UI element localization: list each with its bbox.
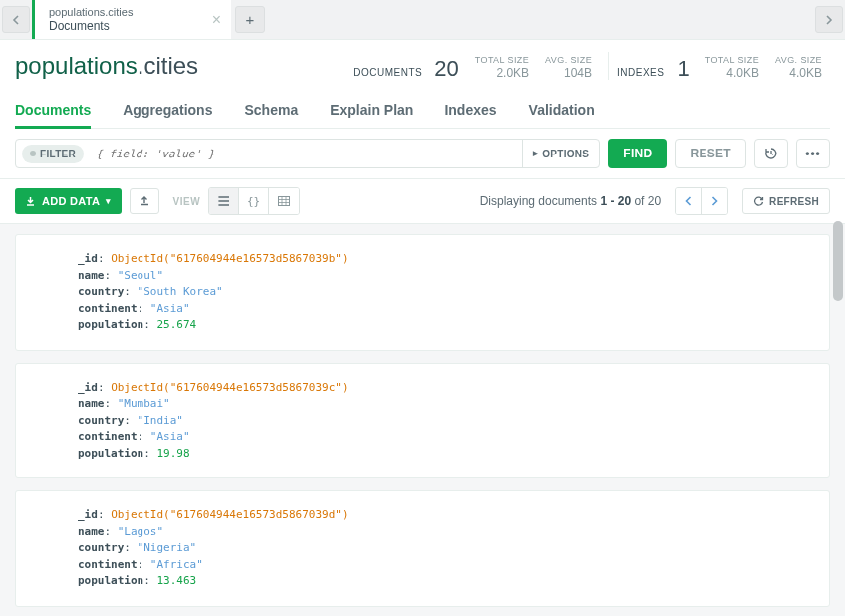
tab-title: populations.cities: [49, 6, 201, 19]
add-data-label: ADD DATA: [42, 195, 100, 207]
download-icon: [25, 196, 36, 207]
chevron-left-icon: [685, 196, 692, 206]
view-mode-group: {}: [208, 187, 300, 215]
doc-field-country: country: "South Korea": [78, 284, 811, 301]
caret-down-icon: ▾: [106, 196, 111, 206]
doc-field-country: country: "Nigeria": [78, 540, 811, 557]
filter-input[interactable]: [90, 148, 522, 160]
options-button[interactable]: ▶ OPTIONS: [522, 140, 599, 167]
display-of: of 20: [631, 194, 661, 208]
document-card[interactable]: _id: ObjectId("617604944e16573d5867039d"…: [15, 490, 830, 607]
namespace-title: populations.cities: [15, 52, 198, 80]
window-tab-active[interactable]: populations.cities Documents ×: [32, 0, 231, 39]
query-bar: FILTER ▶ OPTIONS FIND RESET •••: [0, 129, 845, 179]
doc-total-size-label: TOTAL SIZE: [475, 56, 529, 66]
idx-total-size-label: TOTAL SIZE: [705, 56, 759, 66]
tab-indexes[interactable]: Indexes: [444, 94, 496, 128]
document-card[interactable]: _id: ObjectId("617604944e16573d5867039c"…: [15, 363, 830, 479]
svg-point-2: [218, 204, 219, 206]
documents-count: 20: [431, 56, 458, 81]
display-info: Displaying documents 1 - 20 of 20: [480, 194, 661, 208]
tab-validation[interactable]: Validation: [529, 94, 595, 128]
filter-box: FILTER ▶ OPTIONS: [15, 139, 600, 168]
filter-dot-icon: [30, 151, 36, 156]
doc-avg-size-label: AVG. SIZE: [545, 56, 592, 66]
idx-total-size: 4.0KB: [705, 66, 759, 80]
idx-avg-size-label: AVG. SIZE: [775, 56, 822, 66]
tab-nav-prev[interactable]: [2, 6, 30, 33]
doc-field-population: population: 25.674: [78, 317, 811, 334]
document-card[interactable]: _id: ObjectId("617604944e16573d5867039b"…: [15, 234, 830, 351]
doc-field-name: name: "Lagos": [78, 524, 811, 541]
doc-field-continent: continent: "Africa": [78, 557, 811, 574]
history-icon: [764, 147, 778, 160]
collection-name: cities: [143, 52, 198, 79]
add-data-button[interactable]: ADD DATA ▾: [15, 188, 122, 214]
section-tabs: Documents Aggregations Schema Explain Pl…: [15, 94, 830, 129]
documents-count-label: DOCUMENTS: [353, 67, 423, 80]
doc-field-id: _id: ObjectId("617604944e16573d5867039b"…: [78, 251, 811, 268]
documents-list[interactable]: _id: ObjectId("617604944e16573d5867039b"…: [0, 224, 845, 611]
svg-point-0: [218, 196, 219, 198]
page-next-button[interactable]: [702, 188, 727, 214]
chevron-left-icon: [12, 15, 20, 25]
more-options-button[interactable]: •••: [796, 139, 830, 168]
filter-chip-label: FILTER: [40, 149, 76, 159]
tab-documents[interactable]: Documents: [15, 94, 91, 128]
window-tabstrip: populations.cities Documents × +: [0, 0, 845, 40]
doc-avg-size: 104B: [545, 66, 592, 80]
chevron-right-icon: [825, 15, 833, 25]
scrollbar-thumb[interactable]: [833, 221, 843, 301]
tab-nav-next[interactable]: [815, 6, 843, 33]
documents-toolbar: ADD DATA ▾ VIEW {} Displaying documents …: [0, 179, 845, 224]
collection-header: populations.cities DOCUMENTS 20 TOTAL SI…: [0, 40, 845, 129]
indexes-count-label: INDEXES: [617, 67, 666, 80]
pager: [675, 187, 728, 215]
doc-field-continent: continent: "Asia": [78, 301, 811, 318]
filter-chip: FILTER: [22, 145, 84, 163]
tab-schema[interactable]: Schema: [244, 94, 298, 128]
indexes-count: 1: [674, 56, 689, 81]
chevron-right-icon: [711, 196, 718, 206]
doc-field-country: country: "India": [78, 413, 811, 430]
reset-button[interactable]: RESET: [675, 139, 746, 168]
doc-field-name: name: "Seoul": [78, 268, 811, 285]
refresh-button[interactable]: REFRESH: [742, 188, 830, 214]
svg-rect-3: [279, 197, 290, 206]
tab-close-icon[interactable]: ×: [212, 12, 221, 28]
export-icon: [139, 195, 150, 207]
table-icon: [278, 196, 290, 206]
svg-point-1: [218, 200, 219, 202]
page-prev-button[interactable]: [676, 188, 702, 214]
find-button[interactable]: FIND: [608, 139, 667, 168]
display-range: 1 - 20: [600, 194, 631, 208]
database-name: populations: [15, 52, 138, 79]
doc-field-population: population: 19.98: [78, 446, 811, 462]
ellipsis-icon: •••: [805, 147, 821, 160]
options-label: OPTIONS: [542, 149, 589, 159]
tab-explain-plan[interactable]: Explain Plan: [330, 94, 413, 128]
history-button[interactable]: [754, 139, 788, 168]
display-prefix: Displaying documents: [480, 194, 601, 208]
collection-stats: DOCUMENTS 20 TOTAL SIZE 2.0KB AVG. SIZE …: [353, 52, 830, 80]
doc-total-size: 2.0KB: [475, 66, 529, 80]
view-json-button[interactable]: {}: [239, 188, 269, 214]
stats-divider: [608, 52, 609, 80]
view-table-button[interactable]: [269, 188, 299, 214]
tab-aggregations[interactable]: Aggregations: [123, 94, 212, 128]
caret-right-icon: ▶: [533, 150, 538, 157]
doc-field-id: _id: ObjectId("617604944e16573d5867039c"…: [78, 380, 811, 397]
list-icon: [218, 196, 230, 206]
doc-field-id: _id: ObjectId("617604944e16573d5867039d"…: [78, 507, 811, 524]
doc-field-continent: continent: "Asia": [78, 429, 811, 446]
plus-icon: +: [246, 11, 255, 28]
refresh-icon: [753, 196, 764, 207]
tab-subtitle: Documents: [49, 19, 201, 33]
refresh-label: REFRESH: [769, 196, 819, 207]
export-button[interactable]: [130, 188, 159, 214]
view-list-button[interactable]: [209, 188, 239, 214]
new-tab-button[interactable]: +: [235, 6, 265, 33]
doc-field-population: population: 13.463: [78, 573, 811, 590]
idx-avg-size: 4.0KB: [775, 66, 822, 80]
doc-field-name: name: "Mumbai": [78, 396, 811, 413]
